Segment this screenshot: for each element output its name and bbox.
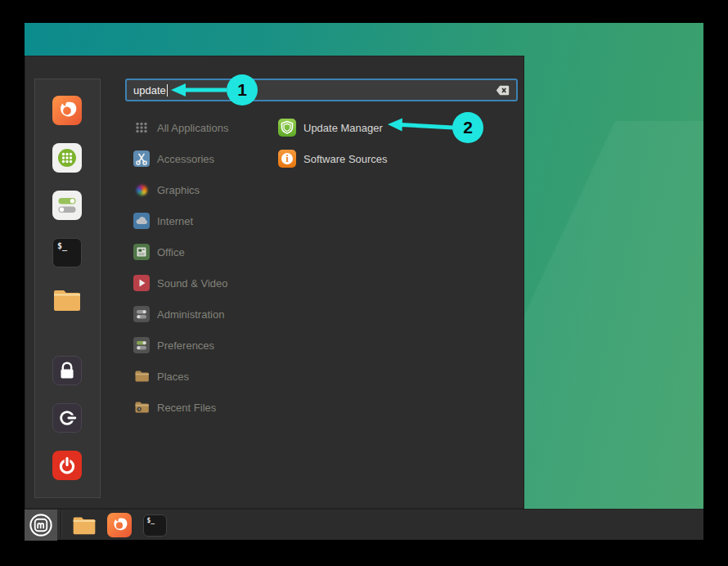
folder-clock-icon: [133, 399, 150, 416]
terminal-prompt: $_: [147, 517, 155, 524]
toggles-gray-icon: [133, 306, 150, 322]
annotation-arrow-1: [169, 80, 232, 100]
firefox-icon: [52, 96, 82, 125]
mint-logo-icon: [29, 513, 53, 537]
category-internet[interactable]: Internet: [133, 205, 228, 236]
play-icon: [133, 275, 150, 291]
category-recent-files[interactable]: Recent Files: [133, 392, 228, 423]
files-icon: [52, 285, 82, 315]
firefox-launcher[interactable]: [106, 510, 133, 541]
category-places[interactable]: Places: [133, 361, 228, 392]
result-update-manager[interactable]: Update Manager: [278, 112, 388, 143]
result-software-sources[interactable]: i Software Sources: [278, 143, 388, 174]
document-icon: [133, 244, 150, 260]
search-results: Update Manager i Software Sources: [278, 112, 388, 174]
sidebar-system-settings-button[interactable]: [52, 191, 82, 220]
info-icon: i: [278, 150, 296, 168]
search-text: update: [133, 84, 166, 97]
power-icon: [52, 451, 82, 480]
sidebar-software-manager-button[interactable]: [52, 143, 82, 173]
annotation-arrow-2: [384, 115, 456, 136]
category-graphics[interactable]: Graphics: [133, 174, 228, 205]
scissors-icon: [133, 150, 150, 167]
terminal-icon: $_: [143, 514, 167, 537]
clear-search-icon[interactable]: [496, 85, 510, 96]
category-office[interactable]: Office: [133, 236, 228, 267]
screenshot-frame: $_: [0, 0, 728, 566]
sidebar-terminal-button[interactable]: $_: [52, 238, 82, 267]
terminal-prompt: $_: [57, 241, 67, 250]
cloud-icon: [133, 213, 150, 229]
files-launcher[interactable]: [70, 510, 98, 541]
terminal-icon: $_: [52, 238, 82, 267]
category-list: All Applications Accessories Graphics: [133, 112, 228, 423]
sidebar-files-button[interactable]: [52, 285, 82, 315]
category-administration[interactable]: Administration: [133, 299, 228, 330]
sidebar-logout-button[interactable]: [52, 403, 82, 433]
firefox-icon: [107, 513, 132, 537]
annotation-step-2-badge: 2: [452, 112, 483, 143]
sidebar-firefox-button[interactable]: [52, 96, 82, 125]
category-all-applications[interactable]: All Applications: [133, 112, 228, 143]
taskbar-separator: [61, 511, 62, 539]
app-grid-icon: [133, 119, 150, 136]
color-blob-icon: [133, 182, 150, 198]
category-accessories[interactable]: Accessories: [133, 143, 228, 174]
toggles-green-icon: [133, 337, 150, 353]
menu-button[interactable]: [25, 510, 57, 541]
annotation-step-1-badge: 1: [227, 74, 258, 106]
desktop: $_: [25, 23, 703, 540]
lock-icon: [52, 356, 82, 385]
category-preferences[interactable]: Preferences: [133, 330, 228, 361]
logout-icon: [52, 403, 82, 433]
taskbar: $_: [25, 509, 703, 540]
category-sound-video[interactable]: Sound & Video: [133, 267, 228, 299]
sidebar-shutdown-button[interactable]: [52, 451, 82, 480]
folder-icon: [133, 368, 150, 384]
terminal-launcher[interactable]: $_: [141, 510, 169, 541]
files-icon: [72, 515, 97, 536]
system-settings-icon: [52, 191, 82, 220]
sidebar-lock-screen-button[interactable]: [52, 356, 82, 385]
software-manager-icon: [52, 143, 82, 173]
shield-icon: [278, 119, 296, 137]
